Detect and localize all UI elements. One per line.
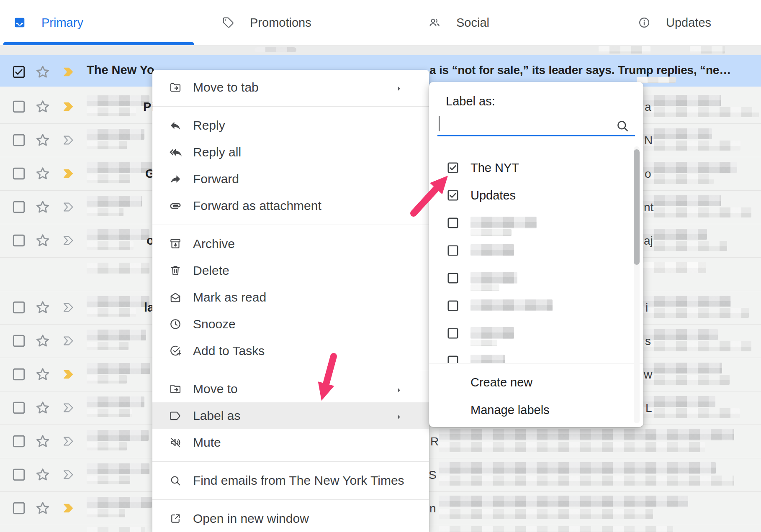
- email-checkbox[interactable]: [12, 166, 26, 181]
- star-icon[interactable]: [34, 399, 51, 416]
- redacted-text: [643, 207, 751, 217]
- redacted-snippet: [439, 496, 688, 507]
- snippet-fragment: aj: [644, 234, 653, 248]
- email-checkbox[interactable]: [12, 233, 26, 248]
- info-icon: [638, 16, 650, 29]
- scrollbar-thumb[interactable]: [634, 149, 640, 265]
- star-icon[interactable]: [34, 64, 51, 80]
- star-icon[interactable]: [34, 132, 51, 148]
- importance-marker-icon[interactable]: [62, 100, 76, 113]
- star-icon[interactable]: [34, 466, 51, 483]
- email-checkbox[interactable]: [12, 468, 26, 482]
- star-icon[interactable]: [34, 165, 51, 182]
- menu-item-forward[interactable]: Forward: [152, 166, 429, 192]
- snippet-fragment: i: [645, 301, 648, 315]
- star-icon[interactable]: [34, 433, 51, 450]
- redacted-text: [87, 241, 134, 250]
- redacted-sender: [87, 497, 152, 508]
- checkbox-empty-icon[interactable]: [447, 327, 459, 340]
- email-checkbox[interactable]: [12, 334, 26, 348]
- email-checkbox[interactable]: [12, 133, 26, 147]
- tab-promotions[interactable]: Promotions: [222, 0, 311, 45]
- importance-marker-icon[interactable]: [62, 201, 76, 213]
- checkbox-empty-icon[interactable]: [447, 244, 459, 257]
- label-option-redacted[interactable]: [429, 347, 633, 363]
- label-search-input[interactable]: [437, 113, 622, 134]
- checkbox-checked-icon[interactable]: [447, 161, 459, 174]
- tag-icon: [222, 16, 234, 29]
- redacted-snippet: [643, 195, 721, 206]
- label-option-redacted[interactable]: [429, 320, 633, 347]
- importance-marker-icon[interactable]: [62, 368, 76, 381]
- redacted-text: [87, 442, 127, 450]
- redacted-snippet: [439, 462, 716, 474]
- menu-item-forward-as-attachment[interactable]: Forward as attachment: [152, 192, 429, 219]
- redacted-sender: [87, 363, 150, 374]
- create-new-label: Create new: [470, 376, 532, 389]
- menu-item-snooze[interactable]: Snooze: [152, 311, 429, 338]
- menu-item-reply[interactable]: Reply: [152, 112, 429, 139]
- menu-item-mute[interactable]: Mute: [152, 429, 429, 456]
- importance-marker-icon[interactable]: [62, 301, 76, 314]
- tab-social[interactable]: Social: [428, 0, 489, 45]
- menu-item-move-to[interactable]: Move to: [152, 376, 429, 402]
- importance-marker-icon[interactable]: [62, 435, 76, 448]
- email-checkbox-checked[interactable]: [12, 65, 26, 79]
- redacted-sender: [87, 396, 144, 407]
- importance-marker-icon[interactable]: [62, 134, 76, 146]
- checkbox-empty-icon[interactable]: [447, 272, 459, 284]
- importance-marker-icon[interactable]: [62, 167, 76, 180]
- manage-labels-button[interactable]: Manage labels: [429, 396, 643, 424]
- star-icon[interactable]: [34, 332, 51, 349]
- menu-item-mark-as-read[interactable]: Mark as read: [152, 284, 429, 311]
- checkbox-empty-icon[interactable]: [447, 299, 459, 312]
- label-option-the-nyt[interactable]: The NYT: [429, 154, 633, 182]
- menu-item-archive[interactable]: Archive: [152, 230, 429, 257]
- label-option-redacted[interactable]: [429, 264, 633, 292]
- menu-item-open-in-new-window[interactable]: Open in new window: [152, 505, 429, 532]
- label-option-redacted[interactable]: [429, 292, 633, 320]
- email-checkbox[interactable]: [12, 401, 26, 415]
- email-checkbox[interactable]: [12, 200, 26, 214]
- tab-updates[interactable]: Updates: [638, 0, 711, 45]
- redacted-text: [599, 46, 650, 54]
- importance-marker-icon[interactable]: [62, 402, 76, 414]
- email-checkbox[interactable]: [12, 501, 26, 515]
- tab-primary[interactable]: Primary: [13, 0, 83, 45]
- menu-divider: [152, 106, 429, 107]
- menu-item-delete[interactable]: Delete: [152, 257, 429, 284]
- star-icon[interactable]: [34, 299, 51, 316]
- star-icon[interactable]: [34, 366, 51, 383]
- label-option-redacted[interactable]: [429, 237, 633, 264]
- importance-marker-icon[interactable]: [62, 468, 76, 481]
- menu-item-reply-all[interactable]: Reply all: [152, 139, 429, 166]
- label-option-updates[interactable]: Updates: [429, 182, 633, 209]
- importance-marker-icon[interactable]: [62, 502, 76, 514]
- star-icon[interactable]: [34, 98, 51, 115]
- label-name: Updates: [470, 189, 516, 202]
- email-checkbox[interactable]: [12, 367, 26, 381]
- email-checkbox[interactable]: [12, 100, 26, 114]
- menu-item-label-as[interactable]: Label as: [152, 402, 429, 429]
- redacted-text: [87, 375, 127, 384]
- checkbox-checked-icon[interactable]: [447, 189, 459, 202]
- label-option-redacted[interactable]: [429, 209, 633, 237]
- email-checkbox[interactable]: [12, 300, 26, 315]
- importance-marker-icon[interactable]: [62, 234, 76, 247]
- importance-marker-icon[interactable]: [62, 66, 76, 78]
- importance-marker-icon[interactable]: [62, 335, 76, 347]
- email-checkbox[interactable]: [12, 434, 26, 448]
- menu-item-add-to-tasks[interactable]: Add to Tasks: [152, 338, 429, 364]
- inbox-tab-bar: Primary Promotions Social Updates: [0, 0, 761, 46]
- star-icon[interactable]: [34, 199, 51, 215]
- search-underline: [437, 135, 635, 136]
- create-new-label-button[interactable]: Create new: [429, 368, 643, 396]
- menu-item-label: Mark as read: [193, 290, 266, 304]
- star-icon[interactable]: [34, 500, 51, 517]
- checkbox-empty-icon[interactable]: [447, 355, 459, 363]
- menu-item-move-to-tab[interactable]: Move to tab: [152, 74, 429, 101]
- star-icon[interactable]: [34, 232, 51, 249]
- task-add-icon: [169, 345, 182, 357]
- menu-item-find-emails-from-the-new-york-times[interactable]: Find emails from The New York Times: [152, 467, 429, 494]
- checkbox-empty-icon[interactable]: [447, 217, 459, 229]
